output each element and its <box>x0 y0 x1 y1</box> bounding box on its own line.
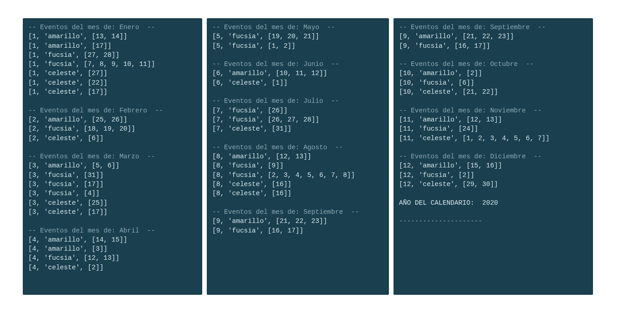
event-line: [3, 'fucsia', [4]] <box>28 190 100 197</box>
event-line: [3, 'celeste', [25]] <box>28 199 107 207</box>
event-line: [9, 'fucsia', [16, 17]] <box>399 42 490 50</box>
month-header: -- Eventos del mes de: Diciembre -- <box>399 153 542 160</box>
event-line: [10, 'celeste', [21, 22]] <box>399 88 498 96</box>
event-line: [9, 'amarillo', [21, 22, 23]] <box>212 217 327 225</box>
event-line: [8, 'fucsia', [9]] <box>212 162 284 169</box>
month-header: -- Eventos del mes de: Julio -- <box>212 97 339 105</box>
event-line: [3, 'celeste', [17]] <box>28 208 107 216</box>
event-line: [7, 'fucsia', [26]] <box>212 107 287 114</box>
event-line: [10, 'amarillo', [2]] <box>399 70 482 77</box>
event-line: [7, 'celeste', [31]] <box>212 125 291 132</box>
event-line: [8, 'celeste', [16]] <box>212 181 291 188</box>
event-line: [4, 'celeste', [2]] <box>28 264 103 271</box>
event-line: [10, 'fucsia', [6]] <box>399 79 474 86</box>
terminal-panel-3: -- Eventos del mes de: Septiembre -- [9,… <box>394 18 593 295</box>
terminal-panel-2: -- Eventos del mes de: Mayo -- [5, 'fucs… <box>207 18 389 295</box>
event-line: [2, 'celeste', [6]] <box>28 135 103 142</box>
event-line: [4, 'amarillo', [3]] <box>28 245 107 252</box>
event-line: [4, 'fucsia', [12, 13]] <box>28 254 119 262</box>
event-line: [8, 'celeste', [16]] <box>212 190 291 197</box>
month-header: -- Eventos del mes de: Octubre -- <box>399 61 534 68</box>
event-line: [12, 'amarillo', [15, 16]] <box>399 162 502 169</box>
terminal-container: -- Eventos del mes de: Enero -- [1, 'ama… <box>23 18 621 295</box>
event-line: [1, 'celeste', [17]] <box>28 88 107 96</box>
month-header: -- Eventos del mes de: Septiembre -- <box>399 24 546 31</box>
event-line: [8, 'amarillo', [12, 13]] <box>212 153 312 160</box>
event-line: [1, 'amarillo', [17]] <box>28 42 112 50</box>
event-line: [6, 'celeste', [1]] <box>212 79 287 86</box>
event-line: [12, 'fucsia', [2]] <box>399 172 474 179</box>
event-line: [1, 'fucsia', [27, 28]] <box>28 51 119 59</box>
event-line: [1, 'fucsia', [7, 8, 9, 10, 11]] <box>28 61 155 68</box>
event-line: [1, 'celeste', [22]] <box>28 79 107 86</box>
month-header: -- Eventos del mes de: Abril -- <box>28 227 155 234</box>
terminal-panel-1: -- Eventos del mes de: Enero -- [1, 'ama… <box>23 18 202 295</box>
month-header: -- Eventos del mes de: Noviembre -- <box>399 107 542 114</box>
month-header: -- Eventos del mes de: Septiembre -- <box>212 208 359 216</box>
event-line: [9, 'amarillo', [21, 22, 23]] <box>399 33 514 40</box>
event-line: [3, 'amarillo', [5, 6]] <box>28 162 119 169</box>
month-header: -- Eventos del mes de: Mayo -- <box>212 24 335 31</box>
event-line: [5, 'fucsia', [1, 2]] <box>212 42 296 50</box>
event-line: [11, 'fucsia', [24]] <box>399 125 478 132</box>
month-header: -- Eventos del mes de: Marzo -- <box>28 153 155 160</box>
event-line: [5, 'fucsia', [19, 20, 21]] <box>212 33 319 40</box>
month-header: -- Eventos del mes de: Febrero -- <box>28 107 163 114</box>
event-line: [12, 'celeste', [29, 30]] <box>399 181 498 188</box>
event-line: [2, 'fucsia', [18, 19, 20]] <box>28 125 135 132</box>
event-line: [3, 'fucsia', [17]] <box>28 181 103 188</box>
event-line: [1, 'celeste', [27]] <box>28 70 107 77</box>
event-line: [6, 'amarillo', [10, 11, 12]] <box>212 70 327 77</box>
month-header: -- Eventos del mes de: Agosto -- <box>212 144 343 151</box>
divider-line: --------------------- <box>399 217 482 225</box>
event-line: [7, 'fucsia', [26, 27, 28]] <box>212 116 319 123</box>
event-line: [11, 'amarillo', [12, 13]] <box>399 116 502 123</box>
event-line: [3, 'fucsia', [31]] <box>28 172 103 179</box>
event-line: [1, 'amarillo', [13, 14]] <box>28 33 128 40</box>
month-header: -- Eventos del mes de: Junio -- <box>212 61 339 68</box>
month-header: -- Eventos del mes de: Enero -- <box>28 24 155 31</box>
event-line: [4, 'amarillo', [14, 15]] <box>28 236 128 243</box>
calendar-year-line: AÑO DEL CALENDARIO: 2020 <box>399 199 498 207</box>
event-line: [9, 'fucsia', [16, 17]] <box>212 227 303 234</box>
event-line: [11, 'celeste', [1, 2, 3, 4, 5, 6, 7]] <box>399 135 550 142</box>
event-line: [8, 'fucsia', [2, 3, 4, 5, 6, 7, 8]] <box>212 172 355 179</box>
event-line: [2, 'amarillo', [25, 26]] <box>28 116 128 123</box>
